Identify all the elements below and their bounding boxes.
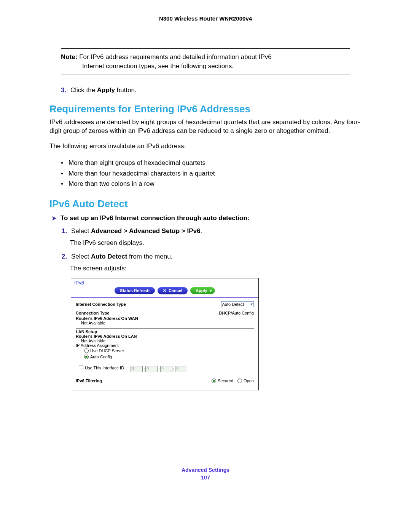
ifid-input-2[interactable] bbox=[145, 366, 158, 372]
colon-icon: : bbox=[173, 367, 174, 371]
wan-address-value: Not Available bbox=[76, 321, 254, 325]
lan-address-label: Router's IPv6 Address On LAN bbox=[76, 334, 254, 339]
ifid-input-1[interactable] bbox=[131, 366, 143, 372]
secured-label: Secured bbox=[218, 379, 233, 383]
colon-icon: : bbox=[143, 367, 145, 371]
interface-id-inputs: : : : bbox=[131, 366, 187, 372]
open-label: Open bbox=[244, 379, 254, 383]
bullet-1: More than eight groups of hexadecimal qu… bbox=[68, 158, 206, 168]
step-2-sub: The screen adjusts: bbox=[70, 264, 362, 273]
internet-connection-type-select[interactable]: Auto Detect ▾ bbox=[221, 301, 254, 307]
ifid-input-4[interactable] bbox=[175, 366, 187, 372]
filtering-secured-radio[interactable]: Secured bbox=[212, 379, 233, 383]
bullet-icon: • bbox=[61, 168, 68, 179]
bullet-2: More than four hexadecimal characters in… bbox=[68, 168, 215, 179]
panel-title: IPv6 bbox=[71, 278, 258, 286]
ip-assignment-label: IP Address Assignment bbox=[76, 343, 254, 348]
panel-button-bar: Status Refresh ✕Cancel Apply bbox=[71, 286, 258, 298]
step-2: 2. Select Auto Detect from the menu. bbox=[62, 252, 362, 262]
use-interface-id-checkbox[interactable]: Use This Interface ID bbox=[79, 366, 124, 370]
wan-address-label: Router's IPv6 Address On WAN bbox=[76, 316, 254, 321]
ipv6-config-panel: IPv6 Status Refresh ✕Cancel Apply Intern… bbox=[71, 278, 259, 390]
lan-address-value: Not Available bbox=[76, 339, 254, 343]
chevron-down-icon: ▾ bbox=[251, 302, 253, 306]
step-2-bold: Auto Detect bbox=[91, 253, 127, 260]
connection-type-value: DHCP/Auto Config bbox=[219, 311, 254, 315]
step-1-num: 1. bbox=[62, 227, 67, 235]
pointer-text: To set up an IPv6 Internet connection th… bbox=[61, 214, 249, 222]
close-icon: ✕ bbox=[163, 288, 166, 293]
step-3-num: 3. bbox=[61, 86, 66, 94]
sectionA-p1: IPv6 addresses are denoted by eight grou… bbox=[49, 118, 362, 136]
procedure-pointer: ➤To set up an IPv6 Internet connection t… bbox=[52, 214, 362, 222]
use-dhcp-label: Use DHCP Server bbox=[90, 348, 124, 353]
arrow-icon: ➤ bbox=[52, 215, 57, 221]
step-1-sub: The IPv6 screen displays. bbox=[70, 238, 362, 248]
step-3-pre: Click the bbox=[70, 86, 97, 94]
step-1-bold: Advanced > Advanced Setup > IPv6 bbox=[91, 227, 201, 235]
heading-requirements: Requirements for Entering IPv6 Addresses bbox=[49, 103, 362, 115]
step-3-post: button. bbox=[115, 86, 137, 94]
colon-icon: : bbox=[158, 367, 159, 371]
heading-auto-detect: IPv6 Auto Detect bbox=[49, 198, 362, 210]
step-2-num: 2. bbox=[62, 253, 67, 260]
step-2-pre: Select bbox=[71, 253, 91, 260]
step-3-bold: Apply bbox=[97, 86, 115, 94]
ifid-input-3[interactable] bbox=[160, 366, 172, 372]
step-1-post: . bbox=[200, 227, 202, 235]
footer-page-number: 107 bbox=[49, 474, 362, 481]
lan-setup-label: LAN Setup bbox=[76, 329, 254, 334]
cancel-button[interactable]: ✕Cancel bbox=[158, 287, 188, 294]
connection-type-label: Connection Type bbox=[76, 311, 109, 315]
auto-config-radio[interactable]: Auto Config bbox=[84, 355, 112, 359]
ipv6-filtering-label: IPv6 Filtering bbox=[76, 379, 102, 384]
bullet-icon: • bbox=[61, 179, 68, 189]
error-bullets: •More than eight groups of hexadecimal q… bbox=[61, 158, 362, 189]
sectionA-p2: The following errors invalidate an IPv6 … bbox=[49, 142, 362, 151]
use-dhcp-radio[interactable]: Use DHCP Server bbox=[84, 348, 124, 353]
footer-section-label: Advanced Settings bbox=[49, 467, 362, 473]
note-box: Note: For IPv6 address requirements and … bbox=[61, 48, 350, 75]
page-footer: Advanced Settings 107 bbox=[49, 463, 362, 481]
ict-value: Auto Detect bbox=[222, 302, 244, 307]
use-interface-id-label: Use This Interface ID bbox=[85, 366, 124, 370]
step-2-post: from the menu. bbox=[127, 253, 172, 260]
page-header-title: N300 Wireless Router WNR2000v4 bbox=[49, 15, 362, 22]
note-label: Note: bbox=[61, 53, 77, 61]
apply-button[interactable]: Apply bbox=[190, 287, 215, 294]
step-1-pre: Select bbox=[71, 227, 91, 235]
step-1: 1. Select Advanced > Advanced Setup > IP… bbox=[62, 227, 362, 236]
filtering-open-radio[interactable]: Open bbox=[237, 379, 254, 383]
auto-config-label: Auto Config bbox=[90, 355, 112, 359]
bullet-3: More than two colons in a row bbox=[68, 179, 155, 189]
internet-connection-type-label: Internet Connection Type bbox=[76, 302, 126, 307]
step-3: 3. Click the Apply button. bbox=[61, 86, 362, 94]
note-line2: Internet connection types, see the follo… bbox=[61, 62, 350, 71]
status-refresh-button[interactable]: Status Refresh bbox=[115, 287, 155, 294]
bullet-icon: • bbox=[61, 158, 68, 168]
note-line1: For IPv6 address requirements and detail… bbox=[79, 53, 272, 61]
cancel-label: Cancel bbox=[169, 288, 182, 293]
